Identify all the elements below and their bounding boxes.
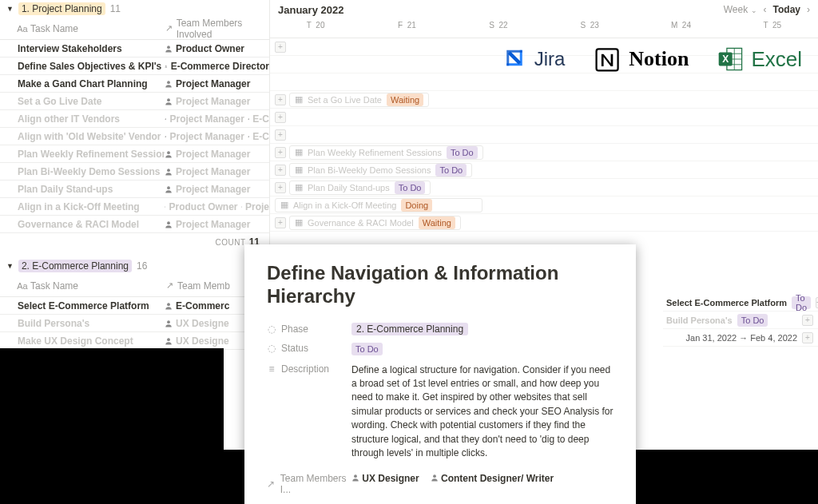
section1-tag[interactable]: 1. Project Planning: [18, 2, 105, 15]
table-row[interactable]: Plan Daily Stand-upsProject Manager: [0, 181, 269, 198]
task-cell: Set a Go Live Date: [0, 96, 165, 107]
svg-point-12: [241, 206, 242, 207]
add-icon[interactable]: +: [275, 94, 286, 105]
next-week-button[interactable]: ›: [807, 4, 810, 15]
task-cell: Governance & RACI Model: [0, 219, 165, 230]
calendar-row[interactable]: +▦Plan Daily Stand-upsTo Do: [270, 179, 818, 196]
add-icon[interactable]: +: [275, 129, 286, 141]
status-pill: Doing: [401, 199, 432, 212]
section2-header[interactable]: ▼ 2. E-Commerce Planning 16: [0, 257, 270, 275]
calendar-event[interactable]: ▦Set a Go Live DateWaiting: [289, 93, 429, 107]
circle-icon: ◌: [267, 324, 276, 334]
timeline-row[interactable]: Build Persona's To Do +: [663, 312, 818, 329]
svg-point-22: [167, 303, 170, 306]
table-row[interactable]: Governance & RACI ModelProject Manager: [0, 216, 269, 233]
status-pill: To Do: [737, 314, 768, 327]
calendar-row[interactable]: +: [270, 109, 818, 126]
svg-point-26: [433, 475, 436, 478]
members-cell: Project ManagerE-C: [165, 113, 269, 125]
toggle-icon[interactable]: ▼: [6, 262, 14, 270]
table-row[interactable]: Align other IT VendorsProject ManagerE-C: [0, 110, 269, 128]
add-icon[interactable]: +: [275, 42, 286, 53]
table-row[interactable]: Select E-Commerce PlatformE-Commerc: [0, 297, 270, 315]
status-pill: Waiting: [419, 216, 455, 229]
day-column-header: T 20: [270, 19, 361, 38]
table-row[interactable]: Build Persona'sUX Designe: [0, 315, 270, 332]
svg-point-24: [167, 338, 170, 341]
section1-count-row: COUNT 11: [0, 233, 269, 251]
team-value: UX Designer Content Designer/ Writer: [351, 473, 614, 484]
table-row[interactable]: Make UX Design ConceptUX Designe: [0, 332, 270, 350]
svg-point-1: [165, 65, 166, 65]
day-column-header: T 25: [727, 19, 818, 38]
add-icon[interactable]: +: [275, 147, 286, 158]
table-row[interactable]: Align with 'Old Website' VendorProject M…: [0, 128, 269, 145]
members-cell: Product Owner: [165, 43, 269, 54]
task-cell: Align in a Kick-Off Meeting: [0, 201, 165, 212]
calendar-event[interactable]: ▦Plan Weekly Refinement SessionsTo Do: [289, 145, 483, 160]
text-icon: Aa: [18, 24, 27, 34]
calendar-row[interactable]: +▦Plan Weekly Refinement SessionsTo Do: [270, 144, 818, 161]
calendar-event[interactable]: ▦Plan Bi-Weekly Demo SessionsTo Do: [289, 163, 472, 177]
add-icon[interactable]: +: [802, 332, 813, 343]
logos-overlay: Jira Notion X Excel: [501, 45, 802, 73]
status-pill: Waiting: [387, 93, 423, 106]
add-icon[interactable]: +: [275, 112, 286, 123]
timeline-date-row: Jan 31, 2022 → Feb 4, 2022 +: [663, 329, 818, 347]
calendar-row[interactable]: +▦Governance & RACI ModelWaiting: [270, 214, 818, 232]
members-cell: Project ManagerE-C: [165, 131, 269, 142]
table-row[interactable]: Define Sales Objectives & KPI'sE-Commerc…: [0, 58, 269, 75]
phase-value[interactable]: 2. E-Commerce Planning: [351, 323, 468, 335]
add-icon[interactable]: +: [802, 315, 813, 326]
col-task-name: Task Name: [30, 280, 78, 292]
day-column-header: F 21: [361, 19, 452, 38]
calendar-day-header: T 20F 21S 22S 23M 24T 25: [270, 19, 818, 38]
description-value: Define a logical structure for navigatio…: [351, 363, 614, 461]
add-icon[interactable]: +: [275, 217, 286, 228]
section1-columns: Aa Task Name ↗ Team Members Involved: [0, 18, 269, 40]
table-row[interactable]: Interview StakeholdersProduct Owner: [0, 40, 269, 58]
members-cell: Project Manager: [165, 219, 269, 230]
toggle-icon[interactable]: ▼: [6, 5, 14, 13]
table-row[interactable]: Make a Gand Chart PlanningProject Manage…: [0, 75, 269, 93]
table-row[interactable]: Plan Weekly Refinement SessionsProject M…: [0, 145, 269, 163]
calendar-event[interactable]: ▦Align in a Kick-Off MeetingDoing: [275, 198, 482, 212]
section1-count: 11: [110, 3, 121, 14]
task-cell: Align with 'Old Website' Vendor: [0, 131, 165, 142]
calendar-row[interactable]: +▦Set a Go Live DateWaiting: [270, 91, 818, 109]
members-cell: Project Manager: [165, 96, 269, 107]
timeline-row[interactable]: Select E-Commerce Platform To Do +: [663, 294, 818, 312]
members-cell: E-Commerce Director: [165, 61, 269, 72]
excel-label: Excel: [751, 47, 802, 72]
add-icon[interactable]: +: [275, 182, 286, 193]
calendar-header: January 2022 Week ⌄ ‹ Today ›: [270, 0, 818, 19]
calendar-row[interactable]: +▦Plan Bi-Weekly Demo SessionsTo Do: [270, 161, 818, 179]
view-select[interactable]: Week ⌄: [724, 4, 757, 15]
calendar-row[interactable]: [270, 73, 818, 91]
lines-icon: ≡: [267, 364, 276, 374]
members-cell: Project Manager: [165, 78, 269, 89]
members-cell: Product OwnerProje: [165, 201, 269, 212]
prev-week-button[interactable]: ‹: [764, 4, 767, 15]
text-icon: Aa: [18, 281, 27, 291]
team-label: Team Members I...: [280, 473, 351, 495]
section1-header[interactable]: ▼ 1. Project Planning 11: [0, 0, 269, 18]
task-cell: Plan Bi-Weekly Demo Sessions: [0, 166, 165, 177]
calendar-row[interactable]: +: [270, 126, 818, 144]
svg-point-6: [165, 136, 166, 137]
table-row[interactable]: Align in a Kick-Off MeetingProduct Owner…: [0, 198, 269, 216]
calendar-event[interactable]: ▦Plan Daily Stand-upsTo Do: [289, 181, 431, 195]
svg-point-8: [167, 151, 170, 154]
status-value[interactable]: To Do: [351, 343, 383, 355]
calendar-event[interactable]: ▦Governance & RACI ModelWaiting: [289, 216, 461, 230]
today-button[interactable]: Today: [773, 4, 800, 15]
calendar-row[interactable]: ▦Align in a Kick-Off MeetingDoing: [270, 196, 818, 214]
day-column-header: S 22: [453, 19, 544, 38]
add-icon[interactable]: +: [275, 165, 286, 176]
notion-logo: Notion: [594, 45, 689, 73]
table-row[interactable]: Set a Go Live DateProject Manager: [0, 93, 269, 110]
section2-tag[interactable]: 2. E-Commerce Planning: [18, 260, 132, 272]
table-row[interactable]: Plan Bi-Weekly Demo SessionsProject Mana…: [0, 163, 269, 181]
calendar-month: January 2022: [278, 4, 343, 16]
status-pill: To Do: [395, 181, 426, 194]
